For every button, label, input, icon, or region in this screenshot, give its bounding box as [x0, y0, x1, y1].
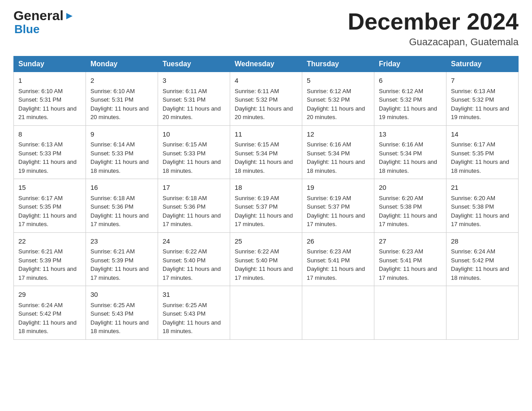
day-number: 6 [379, 76, 442, 86]
day-info: Sunrise: 6:15 AMSunset: 5:34 PMDaylight:… [235, 140, 297, 175]
col-header-sunday: Sunday [14, 56, 86, 72]
day-number: 20 [379, 183, 442, 193]
calendar-cell: 4 Sunrise: 6:11 AMSunset: 5:32 PMDayligh… [230, 72, 302, 126]
day-number: 29 [18, 290, 81, 300]
calendar-cell: 5 Sunrise: 6:12 AMSunset: 5:32 PMDayligh… [302, 72, 374, 126]
month-title: December 2024 [348, 9, 519, 34]
day-number: 9 [90, 129, 153, 140]
calendar-cell: 31 Sunrise: 6:25 AMSunset: 5:43 PMDaylig… [158, 286, 230, 340]
day-info: Sunrise: 6:24 AMSunset: 5:42 PMDaylight:… [18, 301, 81, 336]
day-info: Sunrise: 6:20 AMSunset: 5:38 PMDaylight:… [451, 194, 514, 229]
day-number: 3 [163, 76, 225, 86]
col-header-thursday: Thursday [302, 56, 374, 72]
calendar-cell: 26 Sunrise: 6:23 AMSunset: 5:41 PMDaylig… [302, 232, 374, 286]
calendar-cell: 7 Sunrise: 6:13 AMSunset: 5:32 PMDayligh… [446, 72, 519, 126]
day-info: Sunrise: 6:19 AMSunset: 5:37 PMDaylight:… [235, 194, 297, 229]
day-info: Sunrise: 6:25 AMSunset: 5:43 PMDaylight:… [163, 301, 225, 336]
col-header-wednesday: Wednesday [230, 56, 302, 72]
calendar-row: 15 Sunrise: 6:17 AMSunset: 5:35 PMDaylig… [14, 179, 519, 233]
calendar-cell: 20 Sunrise: 6:20 AMSunset: 5:38 PMDaylig… [374, 179, 446, 233]
calendar-cell [446, 286, 519, 340]
calendar-cell: 24 Sunrise: 6:22 AMSunset: 5:40 PMDaylig… [158, 232, 230, 286]
page-header: General Blue December 2024 Guazacapan, G… [13, 9, 519, 48]
day-number: 31 [163, 290, 225, 300]
title-block: December 2024 Guazacapan, Guatemala [348, 9, 519, 48]
calendar-cell: 28 Sunrise: 6:24 AMSunset: 5:42 PMDaylig… [446, 232, 519, 286]
day-number: 25 [235, 236, 297, 247]
day-number: 14 [451, 129, 514, 140]
day-number: 21 [451, 183, 514, 193]
day-number: 18 [235, 183, 297, 193]
calendar-row: 29 Sunrise: 6:24 AMSunset: 5:42 PMDaylig… [14, 286, 519, 340]
day-info: Sunrise: 6:10 AMSunset: 5:31 PMDaylight:… [18, 87, 81, 122]
day-info: Sunrise: 6:24 AMSunset: 5:42 PMDaylight:… [451, 247, 514, 282]
day-info: Sunrise: 6:21 AMSunset: 5:39 PMDaylight:… [90, 247, 153, 282]
calendar-cell: 2 Sunrise: 6:10 AMSunset: 5:31 PMDayligh… [86, 72, 158, 126]
calendar-cell: 10 Sunrise: 6:15 AMSunset: 5:33 PMDaylig… [158, 125, 230, 179]
day-number: 26 [307, 236, 369, 247]
logo: General Blue [13, 9, 74, 36]
day-info: Sunrise: 6:18 AMSunset: 5:36 PMDaylight:… [90, 194, 153, 229]
day-info: Sunrise: 6:17 AMSunset: 5:35 PMDaylight:… [451, 140, 514, 175]
day-info: Sunrise: 6:11 AMSunset: 5:32 PMDaylight:… [235, 87, 297, 122]
day-number: 19 [307, 183, 369, 193]
day-number: 13 [379, 129, 442, 140]
day-info: Sunrise: 6:12 AMSunset: 5:32 PMDaylight:… [307, 87, 369, 122]
calendar-cell: 6 Sunrise: 6:12 AMSunset: 5:32 PMDayligh… [374, 72, 446, 126]
day-info: Sunrise: 6:18 AMSunset: 5:36 PMDaylight:… [163, 194, 225, 229]
day-info: Sunrise: 6:10 AMSunset: 5:31 PMDaylight:… [90, 87, 153, 122]
calendar-cell: 11 Sunrise: 6:15 AMSunset: 5:34 PMDaylig… [230, 125, 302, 179]
day-info: Sunrise: 6:25 AMSunset: 5:43 PMDaylight:… [90, 301, 153, 336]
logo-triangle-icon [64, 11, 74, 21]
calendar-cell [374, 286, 446, 340]
calendar-cell [230, 286, 302, 340]
calendar-cell: 21 Sunrise: 6:20 AMSunset: 5:38 PMDaylig… [446, 179, 519, 233]
day-number: 11 [235, 129, 297, 140]
calendar-cell: 16 Sunrise: 6:18 AMSunset: 5:36 PMDaylig… [86, 179, 158, 233]
day-number: 2 [90, 76, 153, 86]
logo-blue: Blue [14, 22, 39, 36]
calendar-cell: 30 Sunrise: 6:25 AMSunset: 5:43 PMDaylig… [86, 286, 158, 340]
logo-general: General [13, 9, 64, 22]
calendar-cell [302, 286, 374, 340]
calendar-table: SundayMondayTuesdayWednesdayThursdayFrid… [13, 56, 519, 340]
day-info: Sunrise: 6:13 AMSunset: 5:33 PMDaylight:… [18, 140, 81, 175]
svg-marker-0 [66, 13, 73, 19]
day-info: Sunrise: 6:22 AMSunset: 5:40 PMDaylight:… [235, 247, 297, 282]
day-number: 16 [90, 183, 153, 193]
location-title: Guazacapan, Guatemala [348, 36, 519, 48]
calendar-cell: 23 Sunrise: 6:21 AMSunset: 5:39 PMDaylig… [86, 232, 158, 286]
day-number: 10 [163, 129, 225, 140]
day-number: 17 [163, 183, 225, 193]
calendar-cell: 13 Sunrise: 6:16 AMSunset: 5:34 PMDaylig… [374, 125, 446, 179]
day-info: Sunrise: 6:20 AMSunset: 5:38 PMDaylight:… [379, 194, 442, 229]
calendar-cell: 17 Sunrise: 6:18 AMSunset: 5:36 PMDaylig… [158, 179, 230, 233]
day-number: 5 [307, 76, 369, 86]
day-info: Sunrise: 6:19 AMSunset: 5:37 PMDaylight:… [307, 194, 369, 229]
calendar-cell: 29 Sunrise: 6:24 AMSunset: 5:42 PMDaylig… [14, 286, 86, 340]
calendar-cell: 15 Sunrise: 6:17 AMSunset: 5:35 PMDaylig… [14, 179, 86, 233]
calendar-cell: 27 Sunrise: 6:23 AMSunset: 5:41 PMDaylig… [374, 232, 446, 286]
day-info: Sunrise: 6:17 AMSunset: 5:35 PMDaylight:… [18, 194, 81, 229]
day-number: 1 [18, 76, 81, 86]
day-number: 22 [18, 236, 81, 247]
day-number: 12 [307, 129, 369, 140]
day-info: Sunrise: 6:12 AMSunset: 5:32 PMDaylight:… [379, 87, 442, 122]
day-number: 23 [90, 236, 153, 247]
day-info: Sunrise: 6:22 AMSunset: 5:40 PMDaylight:… [163, 247, 225, 282]
calendar-row: 8 Sunrise: 6:13 AMSunset: 5:33 PMDayligh… [14, 125, 519, 179]
calendar-cell: 9 Sunrise: 6:14 AMSunset: 5:33 PMDayligh… [86, 125, 158, 179]
day-number: 4 [235, 76, 297, 86]
calendar-cell: 12 Sunrise: 6:16 AMSunset: 5:34 PMDaylig… [302, 125, 374, 179]
day-info: Sunrise: 6:16 AMSunset: 5:34 PMDaylight:… [379, 140, 442, 175]
day-info: Sunrise: 6:14 AMSunset: 5:33 PMDaylight:… [90, 140, 153, 175]
calendar-cell: 14 Sunrise: 6:17 AMSunset: 5:35 PMDaylig… [446, 125, 519, 179]
day-info: Sunrise: 6:15 AMSunset: 5:33 PMDaylight:… [163, 140, 225, 175]
day-number: 28 [451, 236, 514, 247]
day-info: Sunrise: 6:21 AMSunset: 5:39 PMDaylight:… [18, 247, 81, 282]
day-info: Sunrise: 6:23 AMSunset: 5:41 PMDaylight:… [379, 247, 442, 282]
calendar-cell: 8 Sunrise: 6:13 AMSunset: 5:33 PMDayligh… [14, 125, 86, 179]
calendar-cell: 19 Sunrise: 6:19 AMSunset: 5:37 PMDaylig… [302, 179, 374, 233]
day-info: Sunrise: 6:16 AMSunset: 5:34 PMDaylight:… [307, 140, 369, 175]
day-number: 27 [379, 236, 442, 247]
